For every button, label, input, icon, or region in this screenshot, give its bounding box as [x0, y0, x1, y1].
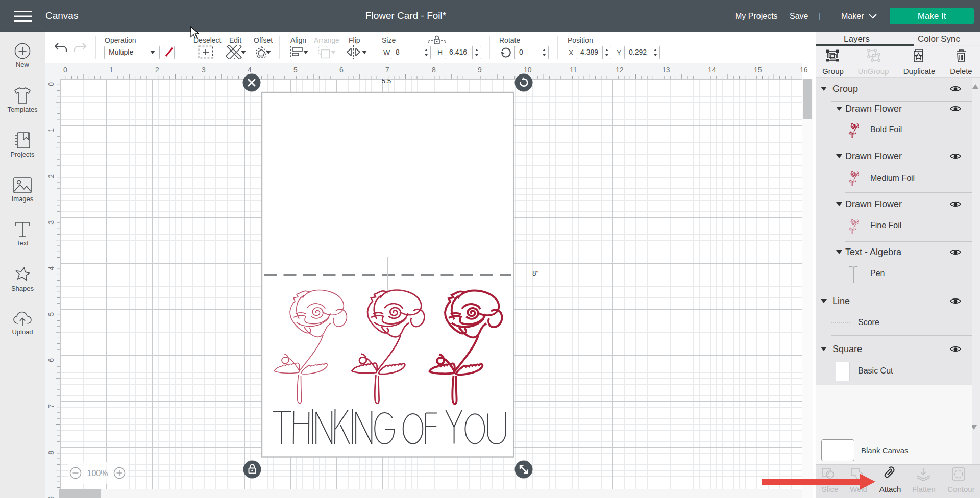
svg-text:8″: 8″	[532, 269, 539, 277]
svg-text:100%: 100%	[87, 469, 108, 478]
svg-text:5.5: 5.5	[382, 77, 391, 85]
